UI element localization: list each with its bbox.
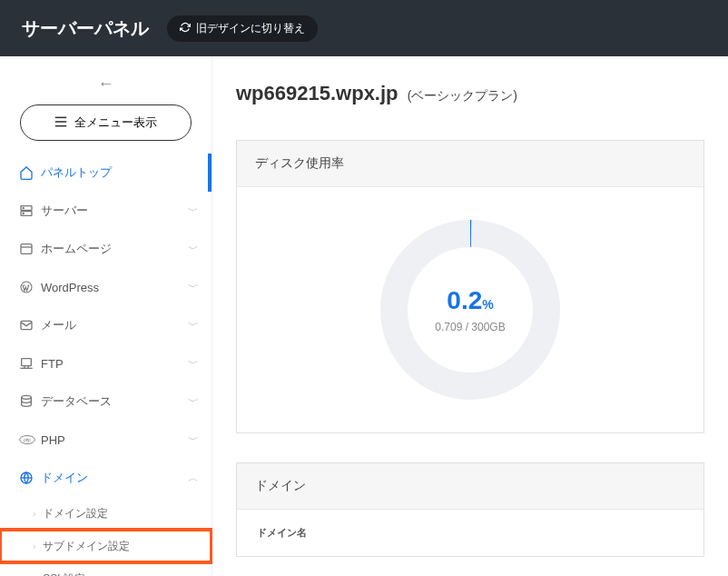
sidebar-item-label: ドメイン — [41, 470, 188, 486]
disk-usage-card: ディスク使用率 0.2% 0.709 / 300GB — [236, 140, 704, 433]
sidebar: ← 全メニュー表示 パネルトップサーバー﹀ホームページ﹀WordPress﹀メー… — [0, 56, 212, 576]
page-title: wp669215.wpx.jp (ベーシックプラン) — [236, 82, 704, 105]
mail-icon — [19, 318, 41, 333]
svg-rect-11 — [22, 359, 32, 366]
submenu-item[interactable]: ›サブドメイン設定 — [0, 530, 212, 562]
chevron-down-icon: ﹀ — [188, 356, 199, 372]
chevron-down-icon: ﹀ — [188, 432, 199, 448]
menu-list: パネルトップサーバー﹀ホームページ﹀WordPress﹀メール﹀FTP﹀データベ… — [0, 154, 212, 576]
sidebar-item-label: PHP — [41, 433, 188, 447]
chevron-right-icon: › — [33, 509, 35, 519]
home-icon — [19, 165, 41, 180]
svg-point-5 — [23, 207, 24, 208]
server-name: wp669215.wpx.jp — [236, 82, 398, 104]
sidebar-item-label: パネルトップ — [41, 164, 195, 181]
sidebar-item-wordpress[interactable]: WordPress﹀ — [0, 268, 212, 306]
browser-icon — [19, 242, 41, 256]
domain-card-title: ドメイン — [237, 463, 703, 510]
chevron-right-icon: › — [33, 541, 35, 551]
ftp-icon — [19, 356, 41, 371]
submenu-item[interactable]: ›ドメイン設定 — [0, 497, 212, 530]
disk-usage-detail: 0.709 / 300GB — [435, 321, 505, 333]
globe-icon — [19, 471, 41, 485]
plan-label: (ベーシックプラン) — [408, 88, 517, 103]
submenu-item-label: サブドメイン設定 — [43, 539, 130, 554]
domain-card: ドメイン ドメイン名 — [236, 462, 704, 557]
disk-usage-percent: 0.2% — [435, 286, 505, 315]
sidebar-item-label: サーバー — [41, 203, 188, 219]
server-icon — [19, 204, 41, 218]
sidebar-item-label: データベース — [41, 393, 188, 410]
svg-point-6 — [23, 213, 24, 214]
back-button[interactable]: ← — [0, 69, 212, 104]
database-icon — [19, 394, 41, 409]
refresh-icon — [180, 22, 191, 35]
sidebar-item-label: WordPress — [41, 281, 188, 294]
chevron-down-icon: ﹀ — [188, 280, 199, 295]
sidebar-item-label: メール — [41, 317, 188, 333]
sidebar-item-browser[interactable]: ホームページ﹀ — [0, 230, 212, 268]
sidebar-item-mail[interactable]: メール﹀ — [0, 306, 212, 344]
submenu-item-label: ドメイン設定 — [43, 506, 108, 521]
all-menu-button[interactable]: 全メニュー表示 — [20, 104, 192, 141]
all-menu-label: 全メニュー表示 — [74, 114, 157, 131]
submenu-globe: ›ドメイン設定›サブドメイン設定›SSL設定 — [0, 497, 212, 576]
chevron-down-icon: ﹀ — [188, 204, 199, 219]
svg-rect-7 — [21, 244, 32, 254]
chevron-down-icon: ﹀ — [188, 394, 199, 410]
topbar: サーバーパネル 旧デザインに切り替え — [0, 0, 728, 56]
php-icon: php — [19, 432, 41, 447]
domain-col-name: ドメイン名 — [257, 527, 307, 538]
sidebar-item-php[interactable]: phpPHP﹀ — [0, 421, 212, 459]
disk-usage-gauge: 0.2% 0.709 / 300GB — [375, 214, 566, 405]
domain-table-header: ドメイン名 — [237, 510, 703, 556]
wordpress-icon — [19, 280, 41, 294]
back-arrow-icon: ← — [98, 74, 114, 93]
main-content: wp669215.wpx.jp (ベーシックプラン) ディスク使用率 0.2% — [212, 56, 728, 576]
hamburger-icon — [54, 116, 67, 130]
svg-point-9 — [21, 282, 32, 293]
sidebar-item-globe[interactable]: ドメイン︿ — [0, 459, 212, 497]
sidebar-item-ftp[interactable]: FTP﹀ — [0, 344, 212, 382]
sidebar-item-database[interactable]: データベース﹀ — [0, 382, 212, 421]
sidebar-item-home[interactable]: パネルトップ — [0, 154, 212, 192]
sidebar-item-server[interactable]: サーバー﹀ — [0, 192, 212, 230]
submenu-item[interactable]: ›SSL設定 — [0, 562, 212, 576]
disk-usage-title: ディスク使用率 — [237, 141, 703, 187]
chevron-up-icon: ︿ — [188, 471, 199, 486]
svg-point-15 — [22, 395, 32, 399]
switch-design-button[interactable]: 旧デザインに切り替え — [167, 15, 318, 42]
chevron-down-icon: ﹀ — [188, 318, 199, 333]
submenu-item-label: SSL設定 — [43, 571, 85, 577]
brand-title: サーバーパネル — [22, 16, 149, 41]
switch-design-label: 旧デザインに切り替え — [196, 21, 305, 36]
sidebar-item-label: ホームページ — [41, 241, 188, 257]
sidebar-item-label: FTP — [41, 357, 188, 371]
svg-text:php: php — [24, 438, 31, 442]
chevron-down-icon: ﹀ — [188, 242, 199, 257]
